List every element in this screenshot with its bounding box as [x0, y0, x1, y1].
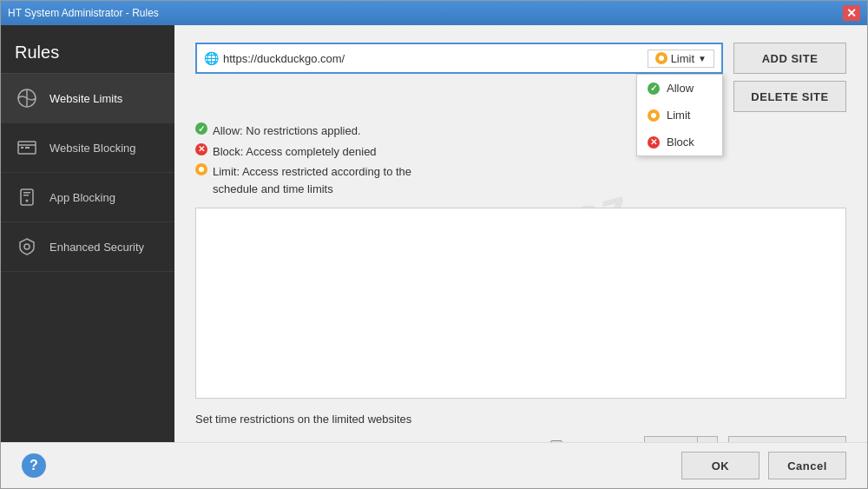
info-block-dot: ✕ — [195, 143, 207, 155]
info-allow-dot: ✓ — [195, 122, 207, 135]
globe-icon: 🌐 — [204, 51, 218, 65]
site-action-buttons: ADD SITE DELETE SITE — [733, 43, 846, 112]
slider-row: Unlimited per day ▼ SET SCHEDULE — [195, 436, 846, 442]
website-blocking-icon — [15, 135, 39, 160]
limit-label: Limit — [671, 52, 694, 65]
svg-rect-9 — [23, 195, 29, 196]
allow-dot: ✓ — [648, 83, 660, 95]
limit-dot — [655, 52, 667, 64]
add-site-button[interactable]: ADD SITE — [733, 43, 846, 74]
dropdown-item-allow[interactable]: ✓ Allow — [637, 75, 722, 102]
svg-point-7 — [26, 200, 29, 202]
limit-dropdown-button[interactable]: Limit ▼ — [648, 50, 714, 68]
cancel-button[interactable]: Cancel — [768, 452, 846, 479]
info-area: ✓ Allow: No restrictions applied. ✕ Bloc… — [195, 122, 846, 197]
close-button[interactable]: ✕ — [843, 5, 860, 21]
sidebar-item-enhanced-security[interactable]: Enhanced Security — [1, 222, 174, 272]
site-input-area: 🌐 https://duckduckgo.com/ Limit ▼ ✓ — [195, 43, 723, 74]
set-schedule-button[interactable]: SET SCHEDULE — [728, 436, 846, 442]
sidebar-label-website-limits: Website Limits — [49, 92, 122, 105]
titlebar: HT System Administrator - Rules ✕ — [1, 1, 867, 25]
info-limit-dot — [195, 163, 207, 175]
svg-point-10 — [24, 244, 30, 249]
help-button[interactable]: ? — [22, 453, 46, 478]
info-limit-text: Limit: Access restricted according to th… — [213, 163, 456, 197]
info-block-text: Block: Access completely denied — [213, 143, 377, 161]
info-block: ✕ Block: Access completely denied — [195, 143, 846, 161]
svg-rect-6 — [21, 189, 33, 205]
sidebar-item-website-limits[interactable]: Website Limits — [1, 74, 174, 123]
site-url-text: https://duckduckgo.com/ — [223, 52, 642, 65]
sidebar: Rules Website Limits — [1, 25, 174, 442]
app-blocking-icon — [15, 185, 39, 209]
svg-rect-5 — [25, 147, 30, 149]
time-restriction-label: Set time restrictions on the limited web… — [195, 413, 846, 426]
sidebar-item-app-blocking[interactable]: App Blocking — [1, 173, 174, 222]
svg-rect-4 — [21, 147, 23, 149]
content-area: Rules Website Limits — [1, 25, 867, 442]
info-allow-text: Allow: No restrictions applied. — [213, 122, 361, 140]
allow-label: Allow — [667, 82, 694, 95]
per-day-dropdown-arrow[interactable]: ▼ — [697, 437, 717, 442]
chevron-down-icon: ▼ — [698, 54, 707, 63]
delete-site-button[interactable]: DELETE SITE — [733, 81, 846, 112]
sidebar-header: Rules — [1, 25, 174, 74]
sidebar-item-website-blocking[interactable]: Website Blocking — [1, 123, 174, 173]
sidebar-label-enhanced-security: Enhanced Security — [49, 241, 144, 254]
site-list[interactable] — [195, 208, 846, 399]
bottom-buttons: OK Cancel — [681, 452, 846, 479]
per-day-select[interactable]: per day ▼ — [644, 436, 717, 442]
info-limit: Limit: Access restricted according to th… — [195, 163, 846, 197]
info-allow: ✓ Allow: No restrictions applied. — [195, 122, 846, 140]
top-row: 🌐 https://duckduckgo.com/ Limit ▼ ✓ — [195, 43, 846, 112]
main-content: Softooaz 🌐 https://duckduckgo.com/ Limit… — [174, 25, 867, 442]
sidebar-label-app-blocking: App Blocking — [49, 191, 115, 204]
bottom-bar: ? OK Cancel — [1, 442, 867, 488]
window-title: HT System Administrator - Rules — [8, 7, 159, 19]
sidebar-label-website-blocking: Website Blocking — [49, 142, 135, 155]
website-limits-icon — [15, 86, 39, 110]
svg-rect-8 — [23, 192, 30, 194]
limit-dot-menu — [648, 109, 660, 122]
slider-thumb[interactable] — [550, 440, 562, 442]
main-window: HT System Administrator - Rules ✕ Rules … — [0, 0, 868, 489]
enhanced-security-icon — [15, 235, 39, 259]
limit-label-menu: Limit — [667, 109, 690, 122]
ok-button[interactable]: OK — [681, 452, 760, 479]
site-input-bar: 🌐 https://duckduckgo.com/ Limit ▼ — [195, 43, 723, 74]
